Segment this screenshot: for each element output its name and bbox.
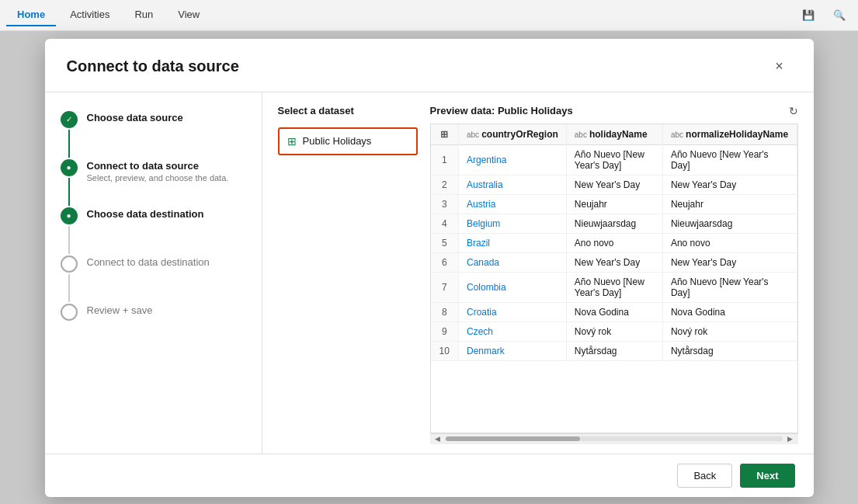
step-circle-2: ● [61,159,78,176]
data-table: ⊞ abccountryOrRegion abcholidayName abcn… [431,124,797,361]
cell-country: Czech [459,322,567,341]
table-row: 1 Argentina Año Nuevo [New Year's Day] A… [431,144,797,175]
top-bar: Home Activities Run View 💾 🔍 [0,0,858,31]
content-panel: Select a dataset ⊞ Public Holidays Previ… [262,92,814,454]
cell-holiday: Nova Godina [566,302,662,322]
step-circle-3: ● [61,207,78,224]
cell-num: 8 [431,302,459,322]
tab-home[interactable]: Home [6,4,56,26]
wizard-step-choose-data-destination: ● Choose data destination [61,207,246,255]
cell-normalized: Nova Godina [662,302,797,322]
dataset-item-public-holidays[interactable]: ⊞ Public Holidays [278,127,418,155]
cell-country: Austria [459,194,567,214]
connector-1 [68,130,70,158]
col-header-holiday: abcholidayName [566,124,662,145]
workspace: Connect to data source × ✓ Choose data s… [0,31,858,504]
cell-num: 3 [431,194,459,214]
modal-footer: Back Next [45,454,814,497]
cell-normalized: Ano novo [662,233,797,252]
cell-holiday: Nieuwjaarsdag [566,214,662,233]
top-bar-icons: 💾 🔍 [796,3,852,28]
cell-normalized: Nový rok [662,322,797,341]
cell-holiday: Año Nuevo [New Year's Day] [566,144,662,175]
cell-num: 5 [431,233,459,252]
preview-panel: Preview data: Public Holidays ↻ ⊞ abccou… [430,105,798,444]
table-row: 2 Australia New Year's Day New Year's Da… [431,175,797,194]
tab-activities[interactable]: Activities [59,4,120,26]
table-header-row: ⊞ abccountryOrRegion abcholidayName abcn… [431,124,797,145]
refresh-icon[interactable]: ↻ [789,105,798,117]
cell-normalized: New Year's Day [662,175,797,194]
cell-normalized: New Year's Day [662,252,797,272]
scrollbar-thumb[interactable] [446,436,581,441]
scrollbar-track [446,436,783,441]
table-row: 7 Colombia Año Nuevo [New Year's Day] Añ… [431,272,797,302]
connector-4 [68,274,70,302]
cell-holiday: Nový rok [566,322,662,341]
tab-view[interactable]: View [167,4,210,26]
cell-normalized: Año Nuevo [New Year's Day] [662,272,797,302]
cell-normalized: Año Nuevo [New Year's Day] [662,144,797,175]
wizard-step-review-save: Review + save [61,304,246,321]
cell-normalized: Nytårsdag [662,341,797,360]
cell-country: Australia [459,175,567,194]
close-button[interactable]: × [767,54,792,79]
dataset-list-panel: Select a dataset ⊞ Public Holidays [278,105,418,444]
modal: Connect to data source × ✓ Choose data s… [45,39,814,497]
cell-country: Brazil [459,233,567,252]
step-circle-5 [61,304,78,321]
data-table-wrapper: ⊞ abccountryOrRegion abcholidayName abcn… [430,123,798,433]
cell-normalized: Nieuwjaarsdag [662,214,797,233]
table-row: 9 Czech Nový rok Nový rok [431,322,797,341]
cell-num: 9 [431,322,459,341]
step-label-2: Connect to data source [87,160,229,172]
scroll-left-btn[interactable]: ◀ [433,434,443,443]
cell-country: Canada [459,252,567,272]
cell-num: 10 [431,341,459,360]
connector-3 [68,226,70,254]
table-row: 10 Denmark Nytårsdag Nytårsdag [431,341,797,360]
wizard-step-choose-data-source: ✓ Choose data source [61,111,246,159]
modal-header: Connect to data source × [45,39,814,92]
step-circle-4 [61,255,78,273]
cell-holiday: Ano novo [566,233,662,252]
cell-num: 1 [431,144,459,175]
scroll-right-btn[interactable]: ▶ [786,434,795,443]
preview-header: Preview data: Public Holidays ↻ [430,105,798,117]
cell-holiday: Año Nuevo [New Year's Day] [566,272,662,302]
step-label-5: Review + save [87,304,153,316]
tab-run[interactable]: Run [123,4,164,26]
search-icon[interactable]: 🔍 [827,3,852,28]
cell-country: Denmark [459,341,567,360]
table-body: 1 Argentina Año Nuevo [New Year's Day] A… [431,144,797,360]
table-row: 5 Brazil Ano novo Ano novo [431,233,797,252]
step-sublabel-2: Select, preview, and choose the data. [87,173,229,182]
modal-overlay: Connect to data source × ✓ Choose data s… [0,31,858,504]
preview-title: Preview data: Public Holidays [430,105,573,116]
wizard-step-connect-to-data-source: ● Connect to data source Select, preview… [61,159,246,207]
cell-country: Belgium [459,214,567,233]
dataset-list-title: Select a dataset [278,105,418,121]
cell-holiday: New Year's Day [566,252,662,272]
table-row: 4 Belgium Nieuwjaarsdag Nieuwjaarsdag [431,214,797,233]
table-row: 6 Canada New Year's Day New Year's Day [431,252,797,272]
step-circle-1: ✓ [61,111,78,128]
cell-country: Croatia [459,302,567,322]
wizard-panel: ✓ Choose data source ● [45,92,262,454]
cell-num: 6 [431,252,459,272]
cell-country: Colombia [459,272,567,302]
table-row: 3 Austria Neujahr Neujahr [431,194,797,214]
cell-holiday: Nytårsdag [566,341,662,360]
next-button[interactable]: Next [740,464,794,488]
wizard-step-connect-to-data-destination: Connect to data destination [61,255,246,304]
col-header-num: ⊞ [431,124,459,145]
connector-2 [68,178,70,206]
cell-num: 2 [431,175,459,194]
horizontal-scrollbar[interactable]: ◀ ▶ [430,433,798,444]
modal-title: Connect to data source [67,57,767,75]
save-icon[interactable]: 💾 [796,3,821,28]
cell-num: 4 [431,214,459,233]
table-row: 8 Croatia Nova Godina Nova Godina [431,302,797,322]
modal-body: ✓ Choose data source ● [45,92,814,454]
back-button[interactable]: Back [677,464,732,488]
